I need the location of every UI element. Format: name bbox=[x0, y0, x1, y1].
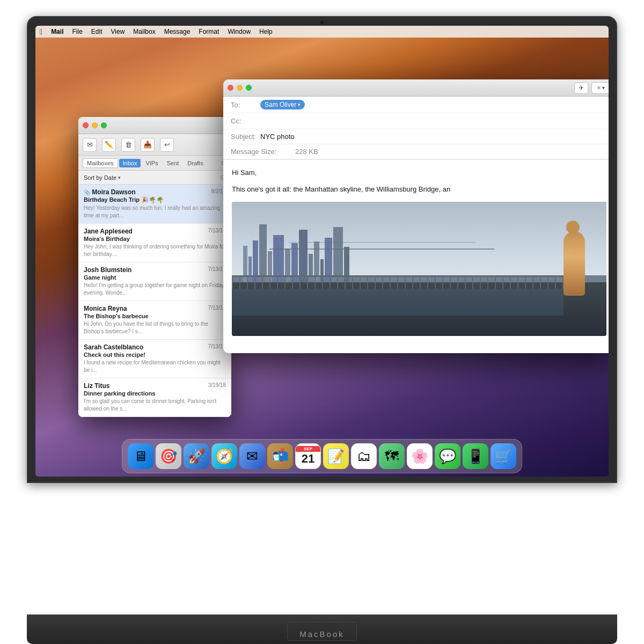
mail-tabs: Mailboxes Inbox VIPs Sent Drafts ⊙ bbox=[78, 156, 231, 171]
compose-close[interactable] bbox=[228, 85, 233, 91]
macbook-label: MacBook bbox=[299, 630, 345, 639]
recipient-chevron: ▾ bbox=[298, 102, 301, 107]
list-view-button[interactable]: ≡ ▾ bbox=[591, 82, 609, 94]
dock-launchpad[interactable]: 🚀 bbox=[184, 443, 209, 469]
sort-chevron: ▾ bbox=[118, 175, 121, 180]
dock-facetime[interactable]: 📱 bbox=[463, 443, 488, 469]
preview-6: I'm so glad you can come to dinner tonig… bbox=[84, 398, 226, 413]
compose-minimize[interactable] bbox=[237, 85, 243, 91]
subject-1: Birthday Beach Trip 🎉🌴🌴 bbox=[84, 196, 226, 203]
dock-calendar[interactable]: SEP 21 bbox=[295, 443, 321, 469]
apple-menu[interactable]:  bbox=[40, 27, 42, 36]
compose-window: ✈ ≡ ▾ To: Sam Oliver ▾ bbox=[223, 79, 609, 353]
tab-sent[interactable]: Sent bbox=[163, 159, 183, 167]
dock-siri[interactable]: 🎯 bbox=[156, 443, 181, 469]
sender-6: Liz Titus bbox=[84, 382, 109, 390]
cc-label: Cc: bbox=[231, 117, 260, 125]
menu-mailbox[interactable]: Mailbox bbox=[133, 28, 155, 35]
menu-file[interactable]: File bbox=[72, 28, 82, 35]
laptop-lid:  Mail File Edit View Mailbox Message Fo… bbox=[27, 16, 617, 483]
preview-1: Hey! Yesterday was so much fun. I really… bbox=[84, 204, 226, 219]
message-size-field: Message Size: 228 KB bbox=[223, 144, 609, 159]
sender-4: Monica Reyna bbox=[84, 305, 127, 312]
dock-finder[interactable]: 🖥 bbox=[128, 443, 153, 469]
archive-icon[interactable]: 📥 bbox=[141, 138, 155, 152]
minimize-button[interactable] bbox=[92, 122, 98, 128]
screen:  Mail File Edit View Mailbox Message Fo… bbox=[35, 26, 609, 477]
preview-4: Hi John, Do you have the list of things … bbox=[84, 320, 226, 335]
dock-reminders[interactable]: 🗂 bbox=[351, 443, 377, 469]
preview-2: Hey John, I was thinking of ordering som… bbox=[84, 243, 226, 258]
tab-mailboxes[interactable]: Mailboxes bbox=[83, 158, 118, 168]
trash-icon[interactable]: 🗑 bbox=[121, 138, 135, 152]
move-icon[interactable]: ↩ bbox=[160, 138, 174, 152]
subject-field: Subject: NYC photo bbox=[223, 129, 609, 144]
dock: 🖥 🎯 🚀 🧭 ✉ 📬 SEP 21 📝 🗂 bbox=[122, 439, 522, 473]
greeting: Hi Sam, bbox=[232, 167, 606, 179]
dock-safari[interactable]: 🧭 bbox=[211, 443, 237, 469]
sort-label[interactable]: Sort by Date bbox=[84, 174, 116, 181]
inbox-icon[interactable]: ✉ bbox=[83, 138, 97, 152]
menu-window[interactable]: Window bbox=[228, 28, 251, 35]
inbox-toolbar: ✉ ✏️ 🗑 📥 ↩ bbox=[78, 134, 231, 156]
dock-photos[interactable]: 🌸 bbox=[407, 443, 433, 469]
camera-dot bbox=[320, 21, 324, 24]
subject-6: Dinner parking directions bbox=[84, 390, 226, 397]
maximize-button[interactable] bbox=[101, 122, 107, 128]
sender-1: 📎 Moira Dawson bbox=[84, 188, 136, 196]
subject-2: Moira's Birthday bbox=[84, 236, 226, 242]
nyc-photo bbox=[232, 202, 606, 336]
menu-help[interactable]: Help bbox=[259, 28, 273, 35]
dock-messages[interactable]: 💬 bbox=[435, 443, 460, 469]
compose-icon[interactable]: ✏️ bbox=[102, 138, 116, 152]
compose-body[interactable]: Hi Sam, This one's got it all: the Manha… bbox=[223, 160, 609, 353]
sender-5: Sarah Castelblanco bbox=[84, 343, 143, 351]
menu-message[interactable]: Message bbox=[164, 28, 191, 35]
subject-3: Game night bbox=[84, 274, 226, 281]
compose-titlebar: ✈ ≡ ▾ bbox=[223, 79, 609, 97]
email-item-6[interactable]: Liz Titus 3/19/18 Dinner parking directi… bbox=[78, 378, 231, 417]
tab-vips[interactable]: VIPs bbox=[142, 159, 162, 167]
compose-maximize[interactable] bbox=[246, 85, 252, 91]
preview-5: I found a new recipe for Mediterranean c… bbox=[84, 359, 226, 374]
date-6: 3/19/18 bbox=[208, 382, 226, 390]
menu-format[interactable]: Format bbox=[199, 28, 219, 35]
menu-edit[interactable]: Edit bbox=[91, 28, 103, 35]
close-button[interactable] bbox=[83, 122, 89, 128]
sender-3: Josh Blumstein bbox=[84, 266, 131, 274]
email-item-5[interactable]: Sarah Castelblanco 7/13/18 Check out thi… bbox=[78, 340, 231, 378]
inbox-titlebar bbox=[78, 117, 231, 134]
menu-view[interactable]: View bbox=[111, 28, 125, 35]
email-item-2[interactable]: Jane Appleseed 7/13/18 Moira's Birthday … bbox=[78, 224, 231, 262]
preview-3: Hello! I'm getting a group together for … bbox=[84, 282, 226, 297]
message-size-label: Message Size: bbox=[231, 148, 295, 156]
message-size-value: 228 KB bbox=[295, 148, 318, 156]
email-list: 📎 Moira Dawson 8/2/18 Birthday Beach Tri… bbox=[78, 185, 231, 417]
menu-mail[interactable]: Mail bbox=[51, 28, 63, 35]
subject-value[interactable]: NYC photo bbox=[260, 133, 295, 141]
to-field: To: Sam Oliver ▾ bbox=[223, 97, 609, 113]
to-label: To: bbox=[231, 101, 260, 109]
subject-label: Subject: bbox=[231, 133, 260, 141]
tab-drafts[interactable]: Drafts bbox=[184, 159, 207, 167]
menubar:  Mail File Edit View Mailbox Message Fo… bbox=[35, 26, 609, 38]
dock-notes[interactable]: 📝 bbox=[323, 443, 349, 469]
email-item-3[interactable]: Josh Blumstein 7/13/18 Game night Hello!… bbox=[78, 262, 231, 301]
sort-bar: Sort by Date ▾ ⊙ bbox=[78, 171, 231, 185]
tab-inbox[interactable]: Inbox bbox=[119, 159, 141, 167]
cc-field[interactable]: Cc: bbox=[223, 113, 609, 129]
email-item-1[interactable]: 📎 Moira Dawson 8/2/18 Birthday Beach Tri… bbox=[78, 185, 231, 224]
subject-4: The Bishop's barbecue bbox=[84, 313, 226, 319]
dock-mail[interactable]: ✉ bbox=[239, 443, 265, 469]
sender-2: Jane Appleseed bbox=[84, 228, 133, 235]
compose-header: To: Sam Oliver ▾ Cc: Subject: NYC photo bbox=[223, 97, 609, 160]
subject-5: Check out this recipe! bbox=[84, 352, 226, 358]
send-button[interactable]: ✈ bbox=[574, 82, 588, 94]
email-item-4[interactable]: Monica Reyna 7/13/18 The Bishop's barbec… bbox=[78, 301, 231, 340]
dock-appstore[interactable]: 🛒 bbox=[491, 443, 516, 469]
body-text: This one's got it all: the Manhattan sky… bbox=[232, 184, 606, 195]
dock-stamps[interactable]: 📬 bbox=[267, 443, 293, 469]
recipient-tag[interactable]: Sam Oliver ▾ bbox=[260, 100, 305, 109]
mail-inbox-window: ✉ ✏️ 🗑 📥 ↩ Mailboxes Inbox VIPs Sent Dra… bbox=[78, 117, 231, 417]
dock-maps[interactable]: 🗺 bbox=[379, 443, 405, 469]
